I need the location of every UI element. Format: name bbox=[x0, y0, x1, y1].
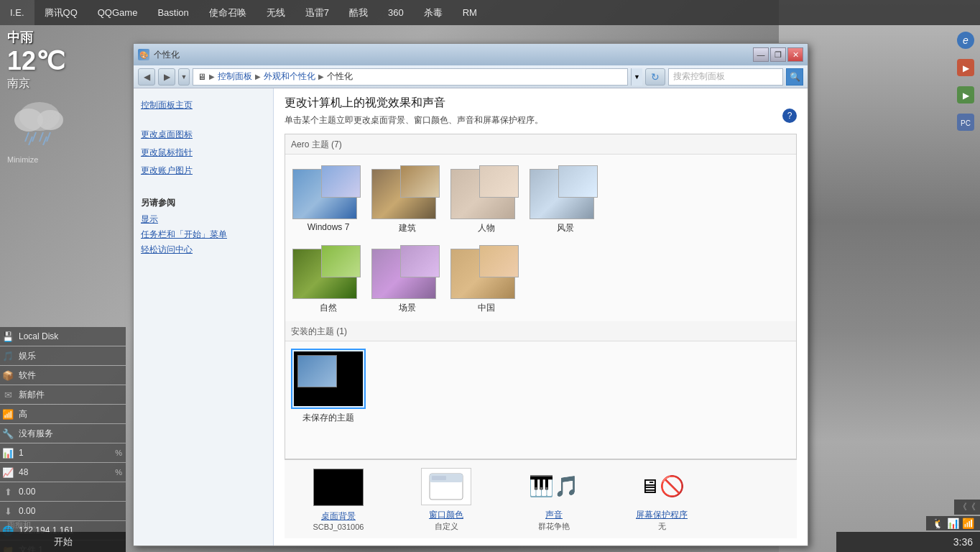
no-service-label: 没有服务 bbox=[16, 428, 126, 440]
address-bar: ◀ ▶ ▼ 🖥 ▶ 控制面板 ▶ 外观和个性化 ▶ 个性化 ▼ ↻ 搜索控制面板… bbox=[134, 65, 808, 88]
theme-people[interactable]: 人物 bbox=[450, 162, 522, 234]
also-taskbar[interactable]: 任务栏和「开始」菜单 bbox=[141, 229, 266, 241]
minimize-button[interactable]: — bbox=[753, 47, 769, 62]
back-button[interactable]: ◀ bbox=[138, 68, 155, 86]
sidebar-no-service[interactable]: 🔧 没有服务 bbox=[0, 424, 126, 443]
taskbar-bastion[interactable]: Bastion bbox=[147, 0, 198, 25]
taskbar-antivirus[interactable]: 杀毒 bbox=[414, 0, 453, 25]
nav-home[interactable]: 控制面板主页 bbox=[141, 99, 266, 111]
also-display[interactable]: 显示 bbox=[141, 213, 266, 226]
taskbar-wireless[interactable]: 无线 bbox=[256, 0, 295, 25]
search-box: 搜索控制面板 bbox=[668, 68, 783, 86]
nav-mouse-pointers[interactable]: 更改鼠标指针 bbox=[141, 147, 266, 159]
right-icon-3[interactable]: PC bbox=[953, 109, 979, 135]
window-titlebar: 🎨 个性化 — ❐ ✕ bbox=[134, 44, 808, 65]
theme-windows7-overlay bbox=[321, 165, 361, 198]
forward-button[interactable]: ▶ bbox=[158, 68, 175, 86]
tray-icon-chart[interactable]: 📊 bbox=[947, 518, 959, 529]
window-color-name: 窗口颜色 bbox=[429, 509, 463, 521]
svg-text:e: e bbox=[963, 34, 969, 46]
theme-windows7[interactable]: Windows 7 bbox=[292, 162, 364, 234]
expand-btn[interactable]: 《《 bbox=[954, 500, 980, 515]
help-button[interactable]: ? bbox=[782, 109, 797, 123]
sidebar-software[interactable]: 📦 软件 bbox=[0, 366, 126, 385]
weather-icon bbox=[7, 95, 72, 145]
sidebar-mem[interactable]: 📈 48 % bbox=[0, 463, 126, 482]
screensaver-icon: 🖥🚫 bbox=[639, 474, 685, 498]
path-part-2[interactable]: 外观和个性化 bbox=[264, 70, 315, 83]
mail-icon: ✉ bbox=[0, 385, 16, 404]
theme-nature-preview bbox=[292, 242, 364, 299]
nav-desktop-icons[interactable]: 更改桌面图标 bbox=[141, 129, 266, 141]
sidebar-cpu[interactable]: 📊 1 % bbox=[0, 443, 126, 462]
path-part-3[interactable]: 个性化 bbox=[327, 70, 353, 83]
sound-item[interactable]: 🎹🎵 声音 群花争艳 bbox=[514, 466, 593, 532]
taskbar-360[interactable]: 360 bbox=[378, 0, 414, 25]
theme-nature[interactable]: 自然 bbox=[292, 242, 364, 314]
taskbar-ie[interactable]: I.E. bbox=[0, 0, 34, 25]
sidebar-mail[interactable]: ✉ 新邮件 bbox=[0, 385, 126, 404]
unsaved-inner bbox=[297, 355, 337, 387]
theme-arch-label: 建筑 bbox=[399, 222, 416, 234]
installed-themes-grid: 未保存的主题 bbox=[285, 341, 796, 431]
sidebar-entertainment[interactable]: 🎵 娱乐 bbox=[0, 346, 126, 365]
desktop-bg-item[interactable]: 桌面背景 SCBJ_031006 bbox=[299, 468, 378, 531]
sidebar-download[interactable]: ⬇ 0.00 bbox=[0, 502, 126, 520]
mem-value: % bbox=[115, 468, 126, 477]
taskbar-kuge[interactable]: 酷我 bbox=[339, 0, 378, 25]
theme-people-overlay bbox=[479, 165, 519, 198]
tray-area: 🐧 📊 📶 bbox=[926, 516, 980, 530]
restore-button[interactable]: ❐ bbox=[770, 47, 786, 62]
minimize-weather[interactable]: Minimize bbox=[7, 155, 72, 164]
right-icon-ie[interactable]: e bbox=[953, 27, 979, 53]
tray-icon-qq[interactable]: 🐧 bbox=[932, 518, 944, 529]
path-dropdown[interactable]: ▼ bbox=[631, 68, 642, 86]
theme-landscape[interactable]: 风景 bbox=[530, 162, 601, 234]
address-path: 🖥 ▶ 控制面板 ▶ 外观和个性化 ▶ 个性化 bbox=[193, 68, 628, 86]
theme-arch[interactable]: 建筑 bbox=[371, 162, 443, 234]
weather-description: 中雨 bbox=[7, 29, 72, 46]
sidebar-high[interactable]: 📶 高 bbox=[0, 405, 126, 423]
theme-scene[interactable]: 场景 bbox=[371, 242, 443, 314]
theme-people-label: 人物 bbox=[478, 222, 495, 234]
svg-text:▶: ▶ bbox=[963, 63, 970, 73]
also-ease[interactable]: 轻松访问中心 bbox=[141, 244, 266, 256]
download-icon: ⬇ bbox=[0, 502, 16, 520]
top-taskbar: I.E. 腾讯QQ QQGame Bastion 使命召唤 无线 迅雷7 酷我 … bbox=[0, 0, 980, 25]
taskbar-qq[interactable]: 腾讯QQ bbox=[34, 0, 88, 25]
window-color-item[interactable]: 窗口颜色 自定义 bbox=[407, 466, 486, 532]
theme-china[interactable]: 中国 bbox=[450, 242, 522, 314]
theme-unsaved[interactable]: 未保存的主题 bbox=[292, 349, 364, 424]
upload-icon: ⬆ bbox=[0, 482, 16, 501]
path-part-1[interactable]: 控制面板 bbox=[218, 70, 252, 83]
entertainment-label: 娱乐 bbox=[16, 350, 126, 362]
sidebar-local-disk[interactable]: 💾 Local Disk bbox=[0, 327, 126, 346]
taskbar-rm[interactable]: RM bbox=[453, 0, 487, 25]
screensaver-name: 屏幕保护程序 bbox=[636, 509, 688, 521]
theme-scene-preview bbox=[371, 242, 443, 299]
refresh-button[interactable]: ↻ bbox=[645, 68, 665, 86]
search-button[interactable]: 🔍 bbox=[786, 68, 803, 86]
screensaver-value: 无 bbox=[658, 521, 666, 532]
theme-landscape-preview bbox=[530, 162, 601, 219]
right-icon-1[interactable]: ▶ bbox=[953, 55, 979, 80]
aero-section-label: Aero 主题 (7) bbox=[285, 134, 796, 155]
themes-scroll[interactable]: Aero 主题 (7) Windows 7 bbox=[285, 134, 797, 459]
right-icon-2[interactable]: ▶ bbox=[953, 82, 979, 108]
close-button[interactable]: ✕ bbox=[787, 47, 803, 62]
theme-unsaved-bg bbox=[294, 351, 363, 406]
sidebar-upload[interactable]: ⬆ 0.00 bbox=[0, 482, 126, 501]
window-color-value: 自定义 bbox=[435, 521, 458, 532]
sound-icon: 🎹🎵 bbox=[529, 474, 579, 498]
screensaver-item[interactable]: 🖥🚫 屏幕保护程序 无 bbox=[622, 466, 701, 532]
tray-icon-signal[interactable]: 📶 bbox=[962, 518, 974, 529]
theme-nature-label: 自然 bbox=[320, 302, 337, 314]
start-button[interactable]: 开始 bbox=[0, 532, 126, 552]
taskbar-mission[interactable]: 使命召唤 bbox=[199, 0, 256, 25]
search-placeholder: 搜索控制面板 bbox=[673, 70, 725, 83]
dropdown-recent[interactable]: ▼ bbox=[178, 68, 190, 86]
nav-account-pic[interactable]: 更改账户图片 bbox=[141, 165, 266, 177]
main-title: 更改计算机上的视觉效果和声音 bbox=[285, 96, 797, 111]
taskbar-thunder[interactable]: 迅雷7 bbox=[295, 0, 339, 25]
taskbar-qqgame[interactable]: QQGame bbox=[88, 0, 148, 25]
